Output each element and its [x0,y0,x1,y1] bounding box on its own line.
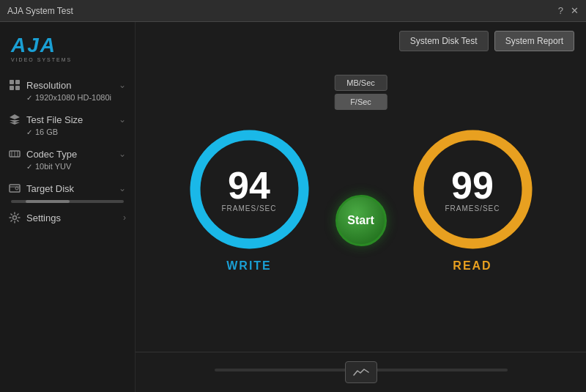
disk-label: Target Disk [26,183,74,194]
sidebar-scrollbar[interactable] [11,200,124,203]
layers-icon [9,114,21,125]
resolution-value-text: 1920x1080 HD-1080i [35,93,111,102]
svg-rect-3 [15,86,20,90]
sidebar-item-resolution[interactable]: Resolution ⌄ ✓ 1920x1080 HD-1080i [0,73,135,108]
sidebar-resolution-header: Resolution ⌄ [9,79,126,91]
filesize-value-text: 16 GB [35,127,58,136]
read-gauge-unit: FRAMES/SEC [445,204,500,212]
settings-chevron: › [123,212,126,223]
svg-rect-2 [10,86,14,90]
filesize-check: ✓ [26,128,32,136]
sidebar-codec-left: Codec Type [9,148,77,160]
bottom-bar [136,352,586,392]
chart-icon [352,366,370,378]
sidebar-disk-header: Target Disk ⌄ [9,182,126,194]
read-gauge-container: 99 FRAMES/SEC READ [409,125,537,273]
gear-icon [9,212,21,223]
unit-fsec-button[interactable]: F/Sec [334,94,387,110]
codec-value: ✓ 10bit YUV [9,162,126,171]
sidebar-settings-left: Settings [9,212,61,223]
system-disk-test-button[interactable]: System Disk Test [399,31,489,51]
window-title-text: AJA System Test [7,6,73,16]
settings-label: Settings [26,212,61,223]
gauges-area: MB/Sec F/Sec 94 FRAMES/SEC WRITE [136,60,586,352]
sidebar-resolution-left: Resolution [9,79,71,91]
sidebar-settings-header: Settings › [9,212,126,223]
svg-rect-1 [15,80,20,84]
window-title: AJA System Test [7,6,73,16]
codec-label: Codec Type [26,149,77,160]
app-container: AJA VIDEO SYSTEMS Resolution ⌄ ✓ 1920x10… [0,22,586,392]
write-gauge-svg-wrap: 94 FRAMES/SEC [185,125,314,254]
svg-point-11 [13,216,17,220]
window-controls: ? ✕ [558,5,579,16]
disk-chevron: ⌄ [119,183,126,193]
logo-brand: AJA [11,35,124,56]
top-bar: System Disk Test System Report [136,22,586,60]
system-report-button[interactable]: System Report [494,31,574,51]
filesize-value: ✓ 16 GB [9,127,126,136]
write-gauge-label: WRITE [226,259,272,273]
codec-icon [9,148,21,160]
help-button[interactable]: ? [558,5,563,16]
svg-point-9 [15,187,18,190]
aja-logo: AJA VIDEO SYSTEMS [0,29,135,73]
read-gauge-inner: 99 FRAMES/SEC [445,166,500,212]
resolution-label: Resolution [26,80,71,91]
read-gauge-svg-wrap: 99 FRAMES/SEC [409,125,537,254]
grid-icon [9,79,21,91]
logo-subtitle: VIDEO SYSTEMS [11,57,124,62]
codec-chevron: ⌄ [119,149,126,159]
write-gauge-unit: FRAMES/SEC [221,204,276,212]
sidebar-filesize-left: Test File Size [9,114,83,125]
sidebar-filesize-header: Test File Size ⌄ [9,114,126,125]
scrollbar-thumb [26,200,70,203]
sidebar-codec-header: Codec Type ⌄ [9,148,126,160]
main-content: System Disk Test System Report MB/Sec F/… [136,22,586,392]
codec-check: ✓ [26,163,32,171]
resolution-chevron: ⌄ [119,80,126,90]
sidebar: AJA VIDEO SYSTEMS Resolution ⌄ ✓ 1920x10… [0,22,136,392]
close-button[interactable]: ✕ [571,5,579,16]
unit-selector: MB/Sec F/Sec [334,75,387,110]
sidebar-disk-left: Target Disk [9,182,74,194]
read-gauge-label: READ [453,259,492,273]
sidebar-item-test-file-size[interactable]: Test File Size ⌄ ✓ 16 GB [0,108,135,142]
disk-icon [9,182,21,194]
resolution-value: ✓ 1920x1080 HD-1080i [9,93,126,102]
filesize-label: Test File Size [26,114,83,125]
unit-mbsec-button[interactable]: MB/Sec [334,75,387,91]
codec-value-text: 10bit YUV [35,162,71,171]
read-gauge-value: 99 [445,166,500,204]
write-gauge-inner: 94 FRAMES/SEC [221,166,276,212]
sidebar-item-target-disk[interactable]: Target Disk ⌄ [0,177,135,200]
write-gauge-value: 94 [221,166,276,204]
write-gauge-container: 94 FRAMES/SEC WRITE [185,125,314,273]
filesize-chevron: ⌄ [119,114,126,125]
sidebar-item-codec-type[interactable]: Codec Type ⌄ ✓ 10bit YUV [0,142,135,177]
chart-button[interactable] [345,361,377,383]
resolution-check: ✓ [26,94,32,102]
sidebar-item-settings[interactable]: Settings › [0,206,135,229]
start-area: Start [335,195,387,246]
start-button[interactable]: Start [335,195,387,246]
title-bar: AJA System Test ? ✕ [0,0,586,22]
svg-rect-0 [10,80,14,84]
